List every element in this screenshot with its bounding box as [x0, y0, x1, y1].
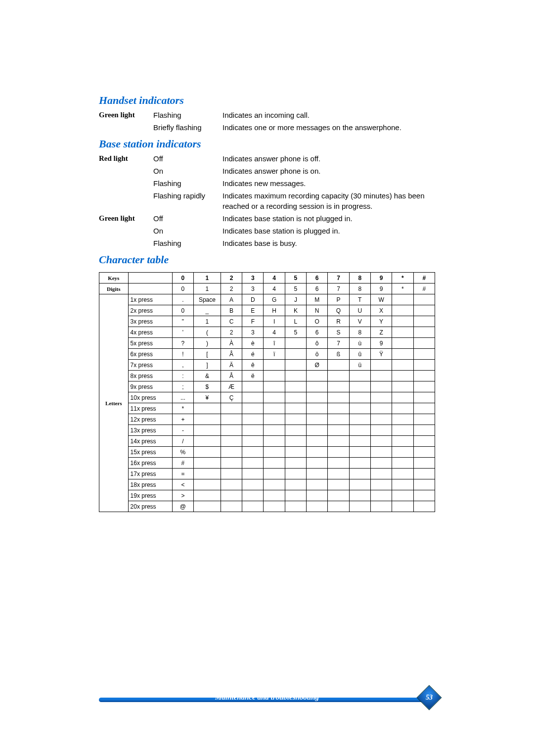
char-cell: ß [328, 349, 349, 360]
char-cell [242, 425, 264, 436]
char-cell: E [242, 305, 264, 316]
press-label: 13x press [128, 425, 172, 436]
char-cell [328, 403, 349, 414]
char-cell [392, 436, 413, 447]
char-cell [328, 425, 349, 436]
digits-cell: # [413, 284, 435, 294]
char-cell [328, 458, 349, 469]
col-header: 5 [285, 273, 306, 284]
char-cell [221, 425, 242, 436]
char-cell [264, 490, 285, 501]
char-cell [392, 349, 413, 360]
char-cell [328, 479, 349, 490]
char-cell [413, 501, 435, 512]
char-cell [242, 458, 264, 469]
char-cell [370, 403, 392, 414]
char-cell [413, 316, 435, 327]
char-cell [242, 436, 264, 447]
char-cell [392, 501, 413, 512]
char-cell: ! [172, 349, 193, 360]
char-cell [413, 294, 435, 305]
digits-cell: 3 [242, 284, 264, 294]
char-cell [413, 490, 435, 501]
char-cell [392, 327, 413, 338]
char-cell [242, 414, 264, 425]
press-label: 20x press [128, 501, 172, 512]
press-label: 11x press [128, 403, 172, 414]
indicator-row: Flashing Indicates new messages. [99, 178, 435, 189]
char-cell: % [172, 447, 193, 458]
char-cell [328, 490, 349, 501]
indicator-desc: Indicates base station is not plugged in… [222, 213, 435, 224]
indicator-desc: Indicates one or more messages on the an… [222, 122, 435, 133]
char-cell: è [242, 338, 264, 349]
press-label: 8x press [128, 371, 172, 381]
character-table: Keys 0123456789*# Digits0123456789*#Lett… [99, 272, 435, 512]
char-cell [392, 490, 413, 501]
char-cell: 8 [349, 327, 370, 338]
char-cell [285, 360, 306, 371]
char-cell [307, 414, 328, 425]
digits-press-blank [128, 284, 172, 294]
indicator-row: Red lightOffIndicates answer phone is of… [99, 153, 435, 164]
char-cell [413, 349, 435, 360]
col-header: 6 [307, 273, 328, 284]
char-cell [285, 338, 306, 349]
press-label: 7x press [128, 360, 172, 371]
digits-cell: 6 [307, 284, 328, 294]
char-cell [285, 381, 306, 392]
char-cell: 9 [370, 338, 392, 349]
char-cell: Å [221, 371, 242, 381]
char-cell [242, 479, 264, 490]
char-cell [328, 371, 349, 381]
digits-cell: 0 [172, 284, 193, 294]
col-header: 1 [194, 273, 221, 284]
char-cell [413, 392, 435, 403]
indicator-label: Green light [99, 213, 153, 224]
digits-cell: 9 [370, 284, 392, 294]
char-cell: Q [328, 305, 349, 316]
indicator-desc: Indicates new messages. [222, 178, 435, 189]
char-cell: ê [242, 360, 264, 371]
char-cell: A [221, 294, 242, 305]
char-cell: ? [172, 338, 193, 349]
char-cell [285, 349, 306, 360]
char-cell: + [172, 414, 193, 425]
char-cell: . [172, 294, 193, 305]
char-cell [392, 458, 413, 469]
char-cell [370, 490, 392, 501]
char-cell: B [221, 305, 242, 316]
char-cell [194, 458, 221, 469]
char-cell [370, 414, 392, 425]
char-cell [328, 436, 349, 447]
char-cell [392, 479, 413, 490]
char-cell: Space [194, 294, 221, 305]
press-label: 4x press [128, 327, 172, 338]
digits-cell: 7 [328, 284, 349, 294]
char-cell [349, 403, 370, 414]
char-cell [285, 479, 306, 490]
char-cell [328, 469, 349, 479]
char-cell: " [172, 316, 193, 327]
char-cell [221, 458, 242, 469]
char-cell [392, 371, 413, 381]
char-cell: ù [349, 338, 370, 349]
indicator-row: Green lightOffIndicates base station is … [99, 213, 435, 224]
char-cell: _ [194, 305, 221, 316]
char-cell: X [370, 305, 392, 316]
char-cell: Ç [221, 392, 242, 403]
char-cell: ] [194, 360, 221, 371]
char-cell [413, 381, 435, 392]
char-cell [392, 469, 413, 479]
char-cell [307, 436, 328, 447]
char-cell [264, 403, 285, 414]
press-label: 12x press [128, 414, 172, 425]
char-cell [285, 447, 306, 458]
char-cell [307, 458, 328, 469]
char-cell [413, 338, 435, 349]
char-cell [264, 414, 285, 425]
char-cell [328, 447, 349, 458]
char-cell [285, 371, 306, 381]
char-cell: ï [264, 349, 285, 360]
press-label: 16x press [128, 458, 172, 469]
